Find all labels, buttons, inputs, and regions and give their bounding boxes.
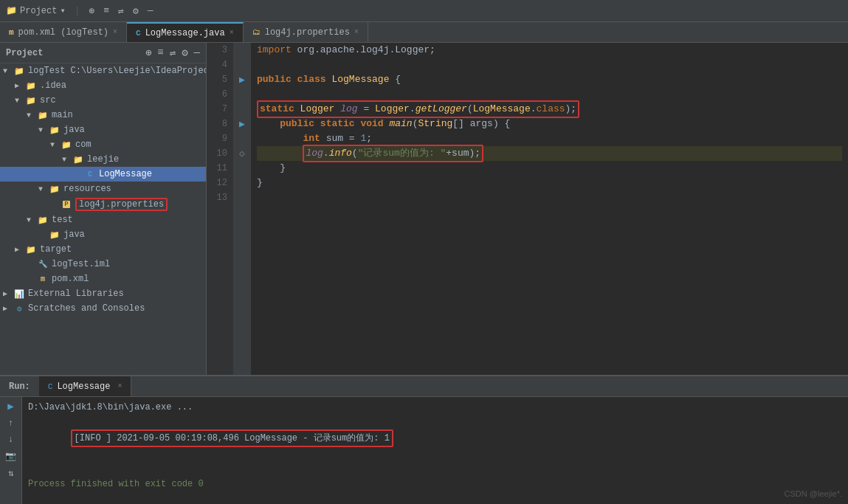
arrow-logmessage: ▶ xyxy=(74,170,84,179)
toolbar-icon-settings[interactable]: ⚙ xyxy=(133,5,139,17)
bottom-panel: Run: C LogMessage × ▶ ↑ ↓ 📷 ⇅ D:\Java\jd… xyxy=(0,375,848,504)
toolbar-icon-sync[interactable]: ⇌ xyxy=(118,5,124,17)
var-log: log xyxy=(340,102,363,117)
cls-logger2: Logger xyxy=(375,102,410,117)
gutter-9 xyxy=(233,131,251,146)
toolbar-icon-add[interactable]: ⊕ xyxy=(89,5,94,17)
run-camera-btn[interactable]: 📷 xyxy=(5,451,16,462)
sidebar-icon-list[interactable]: ≡ xyxy=(157,46,163,59)
run-sort-btn[interactable]: ⇅ xyxy=(8,468,13,479)
plus: +sum); xyxy=(446,146,480,161)
icon-iml: 🔧 xyxy=(37,258,49,270)
icon-test: 📁 xyxy=(37,214,49,226)
run-output: D:\Java\jdk1.8\bin\java.exe ... [INFO ] … xyxy=(22,397,848,504)
run-tab-close[interactable]: × xyxy=(117,382,122,390)
run-up-btn[interactable]: ↑ xyxy=(8,418,13,429)
arrow-logtest: ▼ xyxy=(3,67,13,75)
icon-resources: 📁 xyxy=(49,183,61,195)
gutter-10: ◇ xyxy=(233,146,251,161)
tab-icon-java: C xyxy=(136,29,141,38)
tree-item-src[interactable]: ▼ 📁 src xyxy=(0,93,206,108)
code-line-9: int sum = 1; xyxy=(257,131,842,146)
gutter-5[interactable]: ▶ xyxy=(233,72,251,87)
tree-item-pom[interactable]: ▶ m pom.xml xyxy=(0,272,206,286)
tree-item-com[interactable]: ▼ 📁 com xyxy=(0,137,206,152)
output-line-cmd: D:\Java\jdk1.8\bin\java.exe ... xyxy=(28,400,842,415)
tab-log4j-properties[interactable]: 🗂 log4j.properties × xyxy=(244,22,368,42)
tab-close-properties[interactable]: × xyxy=(354,28,359,36)
run-tab-label: LogMessage xyxy=(57,382,110,392)
tree-item-log4j-properties[interactable]: ▶ P log4j.properties xyxy=(0,196,206,213)
arrow-pom: ▶ xyxy=(27,275,37,283)
tree-item-idea[interactable]: ▶ 📁 .idea xyxy=(0,78,206,93)
tree-item-logmessage[interactable]: ▶ C LogMessage xyxy=(0,167,206,182)
sidebar-icon-minimize[interactable]: — xyxy=(194,46,200,59)
tab-label-pom: pom.xml (logTest) xyxy=(18,27,108,38)
kw-public-5: public xyxy=(257,72,297,87)
top-toolbar: 📁 Project ▾ | ⊕ ≡ ⇌ ⚙ — xyxy=(0,0,848,22)
arrow-resources: ▼ xyxy=(38,185,49,193)
tree-item-resources[interactable]: ▼ 📁 resources xyxy=(0,182,206,196)
label-pom: pom.xml xyxy=(52,274,89,284)
var-log-10: log xyxy=(306,146,323,161)
tree-item-iml[interactable]: ▶ 🔧 logTest.iml xyxy=(0,257,206,272)
project-toolbar-item[interactable]: 📁 Project ▾ xyxy=(6,5,66,16)
tab-close-pom[interactable]: × xyxy=(113,28,117,36)
tree-item-target[interactable]: ▶ 📁 target xyxy=(0,242,206,257)
ln-9: 9 xyxy=(213,131,227,146)
toolbar-icon-list[interactable]: ≡ xyxy=(103,5,109,16)
ln-13: 13 xyxy=(213,190,227,205)
icon-target: 📁 xyxy=(25,244,37,255)
sidebar-icon-settings[interactable]: ⚙ xyxy=(182,46,187,59)
main-sig: ( xyxy=(413,117,418,131)
tree-item-scratches[interactable]: ▶ ⚙ Scratches and Consoles xyxy=(0,301,206,316)
ln-6: 6 xyxy=(213,87,227,102)
indent-8 xyxy=(257,117,280,131)
tree-item-leejie[interactable]: ▼ 📁 leejie xyxy=(0,152,206,167)
arrow-java-test: ▶ xyxy=(38,230,49,239)
code-line-6 xyxy=(257,87,842,102)
num-1: 1 xyxy=(360,131,366,146)
tree-item-external-libs[interactable]: ▶ 📊 External Libraries xyxy=(0,286,206,301)
indent-11 xyxy=(257,161,280,176)
tree-item-main[interactable]: ▼ 📁 main xyxy=(0,108,206,122)
code-container[interactable]: 3 4 5 6 7 8 9 10 11 12 13 ▶ ▶ xyxy=(207,43,848,375)
sidebar: Project ⊕ ≡ ⇌ ⚙ — ▼ 📁 logTest C:\Users\L… xyxy=(0,43,207,375)
tree-item-java-test[interactable]: ▶ 📁 java xyxy=(0,227,206,242)
sidebar-icons: ⊕ ≡ ⇌ ⚙ — xyxy=(145,46,200,59)
label-iml: logTest.iml xyxy=(52,259,110,269)
toolbar-sep: | xyxy=(75,5,80,16)
icon-logmessage: C xyxy=(84,168,96,180)
arrow-src: ▼ xyxy=(15,97,25,105)
watermark: CSDN @leejie*. xyxy=(785,489,842,498)
brace-11: } xyxy=(280,161,286,176)
arrow-scratches: ▶ xyxy=(3,304,13,313)
ln-11: 11 xyxy=(213,161,227,176)
tree-item-logtest[interactable]: ▼ 📁 logTest C:\Users\Leejie\IdeaProjects… xyxy=(0,63,206,78)
code-line-13 xyxy=(257,190,842,205)
label-main: main xyxy=(52,110,73,120)
cls-string: String xyxy=(418,117,452,131)
tab-close-java[interactable]: × xyxy=(230,29,234,37)
arrow-target: ▶ xyxy=(15,245,25,254)
ln-4: 4 xyxy=(213,58,227,72)
code-line-4 xyxy=(257,58,842,72)
line-numbers: 3 4 5 6 7 8 9 10 11 12 13 xyxy=(207,43,233,375)
tree-item-test[interactable]: ▼ 📁 test xyxy=(0,213,206,227)
tree-item-java-src[interactable]: ▼ 📁 java xyxy=(0,122,206,137)
run-down-btn[interactable]: ↓ xyxy=(8,435,13,445)
tab-logmessage-java[interactable]: C LogMessage.java × xyxy=(127,22,244,42)
label-java-test: java xyxy=(63,229,85,240)
run-tab-logmessage[interactable]: C LogMessage × xyxy=(39,376,132,396)
label-logmessage: LogMessage xyxy=(99,169,152,179)
tab-pom-xml[interactable]: m pom.xml (logTest) × xyxy=(0,22,127,42)
sidebar-icon-add[interactable]: ⊕ xyxy=(145,46,151,59)
code-line-10: log.info("记录sum的值为: "+sum); xyxy=(257,146,842,161)
toolbar-icon-minimize[interactable]: — xyxy=(148,5,154,16)
gutter: ▶ ▶ ◇ xyxy=(233,43,251,375)
label-idea: .idea xyxy=(40,80,66,91)
gutter-8[interactable]: ▶ xyxy=(233,117,251,131)
sidebar-icon-sync[interactable]: ⇌ xyxy=(170,46,176,59)
arrow-leejie: ▼ xyxy=(62,156,72,164)
run-play-btn[interactable]: ▶ xyxy=(7,400,13,412)
